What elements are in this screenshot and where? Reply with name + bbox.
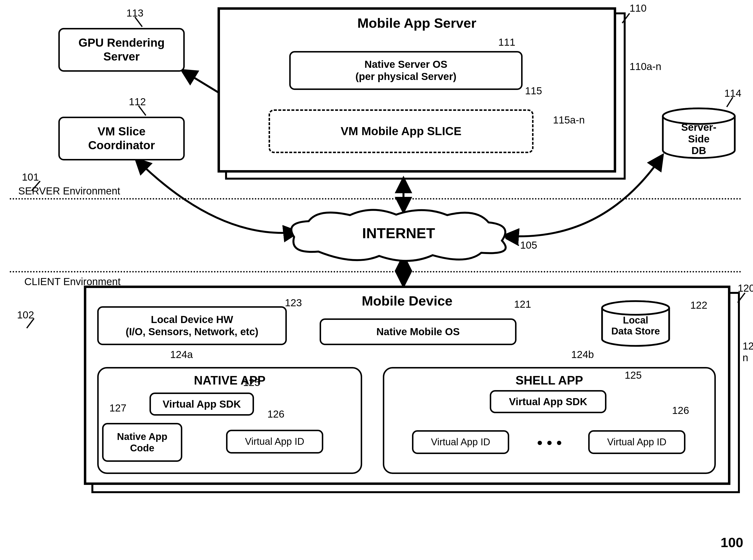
gpu-rendering-server-label: GPU Rendering Server xyxy=(79,36,165,63)
native-app-title: NATIVE APP xyxy=(99,373,361,388)
native-virtual-app-id-label: Virtual App ID xyxy=(245,436,304,447)
shell-app-title: SHELL APP xyxy=(384,373,714,388)
shell-vsdk-box: Virtual App SDK xyxy=(490,390,607,413)
ref-112: 112 xyxy=(129,96,146,108)
divider-client-env xyxy=(10,271,741,273)
ref-124b: 124b xyxy=(571,349,594,360)
ref-121: 121 xyxy=(514,298,531,310)
ref-115: 115 xyxy=(525,85,542,97)
ref-102: 102 xyxy=(17,309,34,321)
shell-virtual-app-id-label-1: Virtual App ID xyxy=(431,436,490,448)
ref-115an: 115a-n xyxy=(553,114,585,126)
shell-virtual-app-id-box-1: Virtual App ID xyxy=(412,430,509,454)
local-device-hw-label: Local Device HW (I/O, Sensors, Network, … xyxy=(126,314,258,338)
server-db-label: Server-Side DB xyxy=(671,122,727,157)
ref-105: 105 xyxy=(520,239,537,251)
gpu-rendering-server-box: GPU Rendering Server xyxy=(58,28,185,72)
ref-123: 123 xyxy=(285,297,302,309)
native-virtual-app-id-box: Virtual App ID xyxy=(226,430,323,454)
ref-120an: 120a-n xyxy=(742,340,753,364)
server-env-label: SERVER Environment xyxy=(18,185,120,197)
vm-slice-coordinator-box: VM Slice Coordinator xyxy=(58,117,185,160)
figure-number: 100 xyxy=(721,535,743,550)
local-device-hw-box: Local Device HW (I/O, Sensors, Network, … xyxy=(97,306,287,345)
native-vsdk-box: Virtual App SDK xyxy=(150,393,254,416)
vm-slice-coordinator-label: VM Slice Coordinator xyxy=(88,125,155,152)
shell-app-box: SHELL APP xyxy=(383,367,716,474)
shell-virtual-app-id-box-n: Virtual App ID xyxy=(588,430,686,454)
native-server-os-box: Native Server OS (per physical Server) xyxy=(289,51,522,90)
mobile-app-server-title: Mobile App Server xyxy=(220,15,614,31)
ref-125-native: 125 xyxy=(243,377,260,388)
ellipsis-icon: ••• xyxy=(537,434,566,451)
divider-server-env xyxy=(10,198,741,200)
shell-virtual-app-id-label-n: Virtual App ID xyxy=(607,436,667,448)
native-app-code-label: Native App Code xyxy=(117,431,167,454)
ref-101: 101 xyxy=(22,171,39,183)
vm-mobile-app-slice-box: VM Mobile App SLICE xyxy=(269,109,534,153)
svg-point-29 xyxy=(602,301,669,315)
ref-114: 114 xyxy=(724,87,741,99)
native-mobile-os-box: Native Mobile OS xyxy=(320,318,516,345)
ref-126-shell: 126 xyxy=(672,405,689,416)
ref-120: 120 xyxy=(738,282,753,294)
native-app-code-box: Native App Code xyxy=(102,423,182,462)
local-data-store-label: Local Data Store xyxy=(609,315,662,337)
ref-111: 111 xyxy=(498,37,515,48)
shell-vsdk-label: Virtual App SDK xyxy=(509,396,587,408)
native-server-os-label: Native Server OS (per physical Server) xyxy=(355,58,456,82)
internet-label: INTERNET xyxy=(362,225,435,242)
ref-125-shell: 125 xyxy=(625,369,642,381)
ref-110an: 110a-n xyxy=(630,61,661,73)
ref-124a: 124a xyxy=(170,349,193,360)
native-mobile-os-label: Native Mobile OS xyxy=(376,326,460,338)
ref-113: 113 xyxy=(126,7,143,19)
ref-127: 127 xyxy=(110,402,126,414)
ref-110: 110 xyxy=(630,2,647,14)
ref-122: 122 xyxy=(690,299,707,311)
vm-mobile-app-slice-label: VM Mobile App SLICE xyxy=(341,124,461,138)
ref-126-native: 126 xyxy=(267,408,284,420)
native-vsdk-label: Virtual App SDK xyxy=(163,398,241,410)
